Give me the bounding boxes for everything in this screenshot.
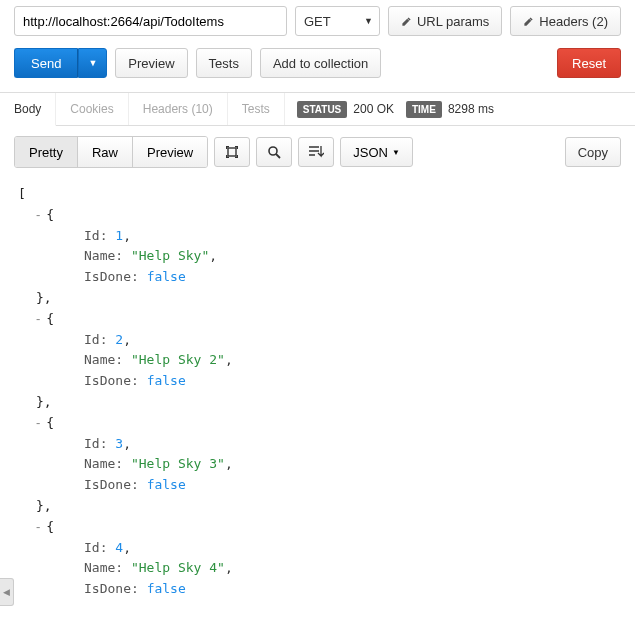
tab-body[interactable]: Body <box>0 93 56 126</box>
sidebar-handle[interactable]: ◀ <box>0 578 14 606</box>
http-method-select[interactable]: GET <box>295 6 380 36</box>
add-to-collection-button[interactable]: Add to collection <box>260 48 381 78</box>
json-object: -{Id: 4,Name: "Help Sky 4",IsDone: false <box>18 517 617 600</box>
fullscreen-button[interactable] <box>214 137 250 167</box>
edit-icon <box>523 16 534 27</box>
collapse-toggle[interactable]: - <box>36 311 40 326</box>
json-object: -{Id: 1,Name: "Help Sky",IsDone: false}, <box>18 205 617 309</box>
json-open-array: [ <box>18 184 617 205</box>
svg-rect-4 <box>237 146 238 149</box>
tests-button[interactable]: Tests <box>196 48 252 78</box>
view-preview-button[interactable]: Preview <box>133 137 207 167</box>
chevron-left-icon: ◀ <box>3 587 10 597</box>
response-format-label: JSON <box>353 145 388 160</box>
time-label-badge: TIME <box>406 101 442 118</box>
svg-rect-0 <box>228 148 236 156</box>
tab-cookies[interactable]: Cookies <box>56 93 128 125</box>
http-method-value: GET <box>304 14 331 29</box>
url-params-label: URL params <box>417 14 489 29</box>
collapse-toggle[interactable]: - <box>36 519 40 534</box>
tab-response-tests[interactable]: Tests <box>228 93 285 125</box>
json-object: -{Id: 2,Name: "Help Sky 2",IsDone: false… <box>18 309 617 413</box>
send-dropdown-button[interactable]: ▼ <box>78 48 107 78</box>
view-pretty-button[interactable]: Pretty <box>15 137 78 167</box>
collapse-toggle[interactable]: - <box>36 415 40 430</box>
svg-rect-2 <box>226 146 227 149</box>
tab-response-headers[interactable]: Headers (10) <box>129 93 228 125</box>
request-headers-label: Headers (2) <box>539 14 608 29</box>
svg-line-10 <box>276 154 280 158</box>
copy-response-button[interactable]: Copy <box>565 137 621 167</box>
caret-down-icon: ▼ <box>88 58 97 68</box>
request-headers-button[interactable]: Headers (2) <box>510 6 621 36</box>
reset-button[interactable]: Reset <box>557 48 621 78</box>
url-input[interactable] <box>14 6 287 36</box>
response-format-select[interactable]: JSON ▼ <box>340 137 413 167</box>
caret-down-icon: ▼ <box>392 148 400 157</box>
response-body: [ -{Id: 1,Name: "Help Sky",IsDone: false… <box>0 174 635 620</box>
search-icon <box>267 145 281 159</box>
url-params-button[interactable]: URL params <box>388 6 502 36</box>
svg-rect-6 <box>226 155 227 158</box>
fullscreen-icon <box>225 145 239 159</box>
wrap-icon <box>308 145 324 159</box>
preview-button[interactable]: Preview <box>115 48 187 78</box>
send-button[interactable]: Send <box>14 48 78 78</box>
collapse-toggle[interactable]: - <box>36 207 40 222</box>
status-code: 200 OK <box>353 102 394 116</box>
svg-point-9 <box>269 147 277 155</box>
svg-rect-8 <box>237 155 238 158</box>
view-mode-group: Pretty Raw Preview <box>14 136 208 168</box>
status-label-badge: STATUS <box>297 101 348 118</box>
wrap-lines-button[interactable] <box>298 137 334 167</box>
search-response-button[interactable] <box>256 137 292 167</box>
time-value: 8298 ms <box>448 102 494 116</box>
json-object: -{Id: 3,Name: "Help Sky 3",IsDone: false… <box>18 413 617 517</box>
edit-icon <box>401 16 412 27</box>
view-raw-button[interactable]: Raw <box>78 137 133 167</box>
